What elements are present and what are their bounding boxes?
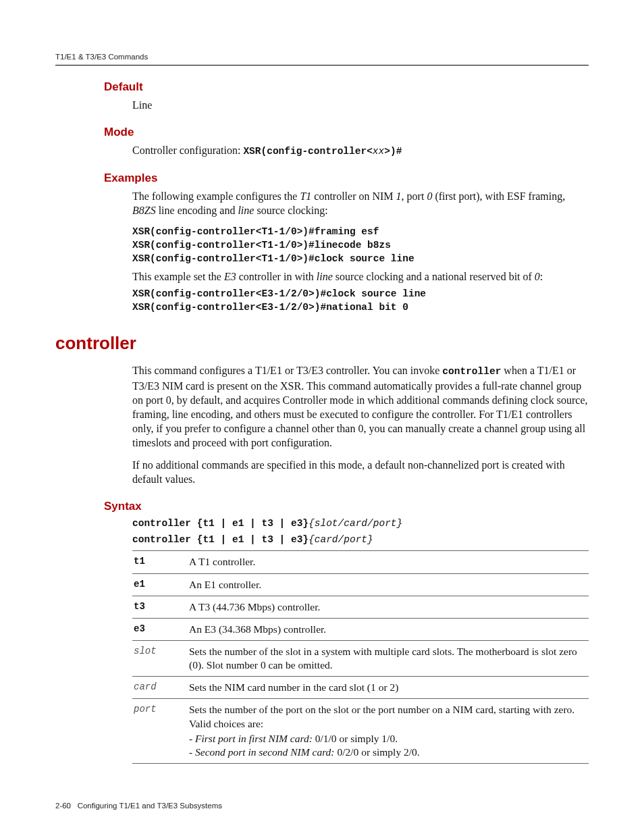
table-row: t3A T3 (44.736 Mbps) controller. (132, 596, 589, 618)
table-row: e3An E3 (34.368 Mbps) controller. (132, 618, 589, 640)
syntax-desc: An E3 (34.368 Mbps) controller. (188, 618, 589, 640)
controller-p2: If no additional commands are specified … (132, 458, 589, 486)
page-number: 2-60 (55, 802, 71, 810)
syntax-keyword: t1 (132, 551, 188, 573)
controller-p1: This command configures a T1/E1 or T3/E3… (132, 363, 589, 450)
table-row: portSets the number of the port on the s… (132, 699, 589, 764)
examples-p1: The following example configures the T1 … (132, 189, 589, 217)
heading-default: Default (104, 80, 589, 94)
syntax-desc: Sets the number of the slot in a system … (188, 640, 589, 676)
heading-controller: controller (55, 333, 589, 354)
page-footer: 2-60 Configuring T1/E1 and T3/E3 Subsyst… (55, 802, 222, 810)
running-header: T1/E1 & T3/E3 Commands (55, 53, 589, 66)
syntax-desc: Sets the number of the port on the slot … (188, 699, 589, 764)
syntax-keyword: e1 (132, 573, 188, 596)
heading-syntax: Syntax (104, 500, 589, 513)
syntax-keyword: port (132, 699, 188, 764)
syntax-desc: A T3 (44.736 Mbps) controller. (188, 596, 589, 618)
mode-line: Controller configuration: XSR(config-con… (132, 143, 589, 158)
syntax-desc: Sets the NIM card number in the card slo… (188, 677, 589, 699)
syntax-table: t1A T1 controller.e1An E1 controller.t3A… (132, 550, 589, 764)
syntax-line1: controller {t1 | e1 | t3 | e3}{slot/card… (132, 517, 589, 531)
mode-code-a: XSR(config-controller< (243, 146, 372, 157)
syntax-desc: A T1 controller. (188, 551, 589, 573)
table-row: slotSets the number of the slot in a sys… (132, 640, 589, 676)
examples-code2: XSR(config-controller<E3-1/2/0>)#clock s… (132, 288, 589, 314)
heading-examples: Examples (104, 172, 589, 185)
table-row: t1A T1 controller. (132, 551, 589, 573)
examples-p2: This example set the E3 controller in wi… (132, 269, 589, 284)
mode-code-arg: xx (373, 146, 384, 157)
syntax-keyword: t3 (132, 596, 188, 618)
syntax-keyword: e3 (132, 618, 188, 640)
syntax-keyword: card (132, 677, 188, 699)
syntax-line2: controller {t1 | e1 | t3 | e3}{card/port… (132, 533, 589, 547)
syntax-desc: An E1 controller. (188, 573, 589, 596)
default-value: Line (132, 98, 589, 112)
examples-code1: XSR(config-controller<T1-1/0>)#framing e… (132, 226, 589, 265)
chapter-title: Configuring T1/E1 and T3/E3 Subsystems (78, 802, 222, 810)
syntax-keyword: slot (132, 640, 188, 676)
mode-code-b: >)# (384, 146, 402, 157)
heading-mode: Mode (104, 126, 589, 139)
table-row: e1An E1 controller. (132, 573, 589, 596)
mode-intro: Controller configuration: (132, 145, 243, 156)
table-row: cardSets the NIM card number in the card… (132, 677, 589, 699)
